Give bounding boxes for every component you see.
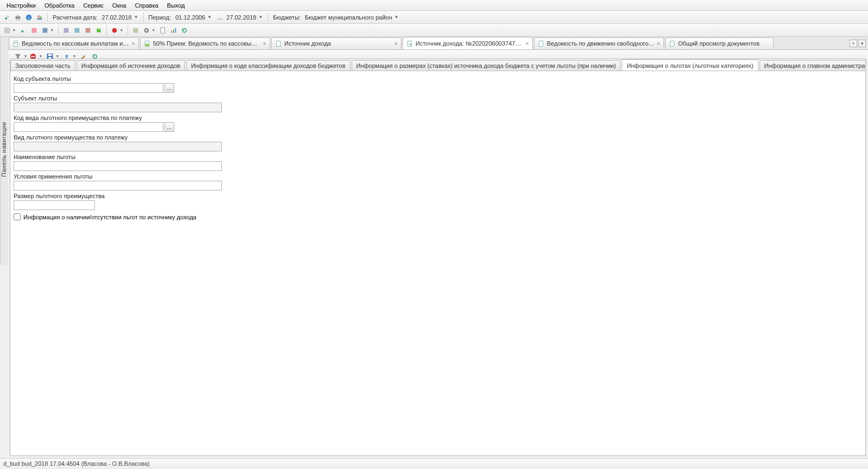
benefit-type-label: Вид льготного преимущества по платежу bbox=[14, 134, 862, 141]
tool-a-icon[interactable] bbox=[2, 26, 12, 35]
doc-icon bbox=[538, 40, 545, 47]
tool-g-icon[interactable] bbox=[83, 26, 93, 35]
tool-puzzle-icon[interactable] bbox=[94, 26, 104, 35]
tool-record-dd[interactable]: ▾ bbox=[120, 28, 123, 33]
menu-windows[interactable]: Окна bbox=[108, 1, 131, 10]
svg-rect-10 bbox=[43, 28, 48, 33]
tool-users-icon[interactable] bbox=[35, 12, 44, 22]
doc-tab-2[interactable]: 50% Прием: Ведомость по кассовым выплат.… bbox=[140, 37, 270, 49]
tool-e-icon[interactable] bbox=[61, 26, 71, 35]
tool-d-icon[interactable] bbox=[40, 26, 50, 35]
close-icon[interactable]: × bbox=[263, 40, 266, 47]
svg-rect-12 bbox=[75, 28, 80, 33]
tool-wrench-icon[interactable] bbox=[2, 12, 12, 22]
tool-f-icon[interactable] bbox=[72, 26, 82, 35]
svg-rect-2 bbox=[16, 18, 19, 20]
tool-b-icon[interactable] bbox=[18, 26, 28, 35]
presence-checkbox[interactable] bbox=[14, 213, 21, 220]
menu-bar: Настройки Обработка Сервис Окна Справка … bbox=[0, 0, 868, 11]
period-from-dropdown[interactable]: ▼ bbox=[207, 15, 212, 20]
doc-icon bbox=[406, 40, 413, 47]
tool-h-icon[interactable] bbox=[131, 26, 141, 35]
amount-label: Размер льготного преимущества bbox=[14, 193, 862, 199]
tab-admin[interactable]: Информация о главном администраторе дохо… bbox=[760, 60, 865, 71]
tool-a-dd[interactable]: ▾ bbox=[13, 28, 15, 33]
amount-input[interactable] bbox=[14, 200, 95, 210]
tool-chart-icon[interactable] bbox=[169, 26, 178, 35]
doc-tab-4[interactable]: Источник дохода: №20202060037476701000..… bbox=[403, 37, 533, 49]
menu-exit[interactable]: Выход bbox=[163, 1, 189, 10]
tool-d-dd[interactable]: ▾ bbox=[51, 28, 53, 33]
doc-tab-label: Источник дохода: №20202060037476701000..… bbox=[416, 40, 524, 47]
close-icon[interactable]: × bbox=[394, 40, 398, 47]
tabs-close-all[interactable]: × bbox=[850, 40, 857, 47]
doc-tab-5[interactable]: Ведомость по движению свободного остатк.… bbox=[534, 37, 664, 49]
svg-rect-20 bbox=[173, 29, 174, 33]
svg-point-14 bbox=[112, 28, 117, 33]
tab-class-code[interactable]: Информация о коде классификации доходов … bbox=[186, 60, 350, 71]
doc-icon bbox=[275, 40, 282, 47]
form-body: Код субъекта льготы … Субъект льготы Код… bbox=[10, 71, 865, 225]
doc-tab-label: Источник дохода bbox=[284, 40, 392, 47]
period-to[interactable]: 27.02.2018 bbox=[225, 14, 257, 21]
tool-gear2-icon[interactable] bbox=[142, 26, 151, 35]
svg-rect-9 bbox=[32, 28, 37, 33]
tab-benefits[interactable]: Информация о льготах (льготных категория… bbox=[622, 59, 758, 71]
svg-rect-23 bbox=[15, 42, 17, 43]
svg-rect-32 bbox=[31, 56, 35, 57]
period-from[interactable]: 01.12.2006 bbox=[174, 14, 206, 21]
tool-record-icon[interactable] bbox=[110, 26, 119, 35]
tab-source-info[interactable]: Информация об источнике доходов bbox=[76, 60, 185, 71]
period-to-dropdown[interactable]: ▼ bbox=[258, 15, 263, 20]
svg-rect-15 bbox=[133, 28, 138, 33]
presence-checkbox-label: Информация о наличии/отсутствии льгот по… bbox=[23, 214, 196, 220]
close-icon[interactable]: × bbox=[526, 40, 529, 47]
svg-rect-13 bbox=[86, 28, 91, 33]
calc-date-dropdown[interactable]: ▼ bbox=[134, 15, 138, 20]
budgets-value[interactable]: Бюджет муниципального район bbox=[304, 14, 393, 21]
svg-point-6 bbox=[40, 15, 42, 17]
content-tabs: Заголовочная часть Информация об источни… bbox=[10, 59, 865, 71]
benefit-name-input[interactable] bbox=[14, 161, 222, 171]
menu-service[interactable]: Сервис bbox=[79, 1, 108, 10]
budgets-label: Бюджеты: bbox=[271, 14, 303, 21]
svg-rect-19 bbox=[171, 30, 173, 33]
benefit-code-label: Код вида льготного преимущества по плате… bbox=[14, 115, 862, 121]
doc-tab-label: Ведомость по кассовым выплатам из бюдже.… bbox=[22, 40, 130, 47]
subject-label: Субъект льготы bbox=[14, 95, 862, 102]
close-icon[interactable]: × bbox=[132, 40, 135, 47]
svg-rect-30 bbox=[670, 41, 674, 46]
doc-tab-6[interactable]: Общий просмотр документов bbox=[665, 37, 774, 49]
doc-tab-3[interactable]: Источник дохода × bbox=[271, 37, 401, 49]
calc-date-value[interactable]: 27.02.2018 bbox=[101, 14, 133, 21]
menu-help[interactable]: Справка bbox=[131, 1, 163, 10]
tab-rates[interactable]: Информация о размерах (ставках) источник… bbox=[352, 60, 621, 71]
doc-progress-icon bbox=[144, 40, 151, 47]
tool-refresh2-icon[interactable] bbox=[180, 26, 189, 35]
menu-settings[interactable]: Настройки bbox=[2, 1, 40, 10]
close-icon[interactable]: × bbox=[657, 40, 660, 47]
tool-c-icon[interactable] bbox=[29, 26, 39, 35]
menu-processing[interactable]: Обработка bbox=[40, 1, 79, 10]
svg-rect-27 bbox=[276, 41, 280, 46]
doc-tab-1[interactable]: Ведомость по кассовым выплатам из бюдже.… bbox=[9, 37, 139, 49]
conditions-input[interactable] bbox=[14, 181, 222, 191]
tab-header-part[interactable]: Заголовочная часть bbox=[10, 60, 75, 71]
svg-rect-1 bbox=[16, 15, 19, 16]
subject-code-lookup[interactable]: … bbox=[164, 83, 174, 93]
status-bar: d_bud bud_2018 17.04.4504 (Власова - О.В… bbox=[0, 458, 868, 469]
tool-info-icon[interactable]: i bbox=[24, 12, 34, 22]
tool-doc-icon[interactable] bbox=[158, 26, 168, 35]
tabs-menu[interactable]: ▾ bbox=[858, 40, 866, 47]
subject-code-label: Код субъекта льготы bbox=[14, 75, 862, 82]
budgets-dropdown[interactable]: ▼ bbox=[394, 15, 399, 20]
benefit-code-lookup[interactable]: … bbox=[164, 122, 174, 132]
benefit-code-input[interactable] bbox=[14, 122, 163, 132]
subject-code-input[interactable] bbox=[14, 83, 163, 93]
svg-rect-21 bbox=[175, 28, 176, 33]
svg-rect-34 bbox=[48, 54, 52, 56]
tool-print-icon[interactable] bbox=[13, 12, 23, 22]
nav-panel-label[interactable]: Панель навигации bbox=[0, 37, 8, 265]
tool-gear2-dd[interactable]: ▾ bbox=[152, 28, 155, 33]
svg-rect-11 bbox=[64, 28, 69, 33]
